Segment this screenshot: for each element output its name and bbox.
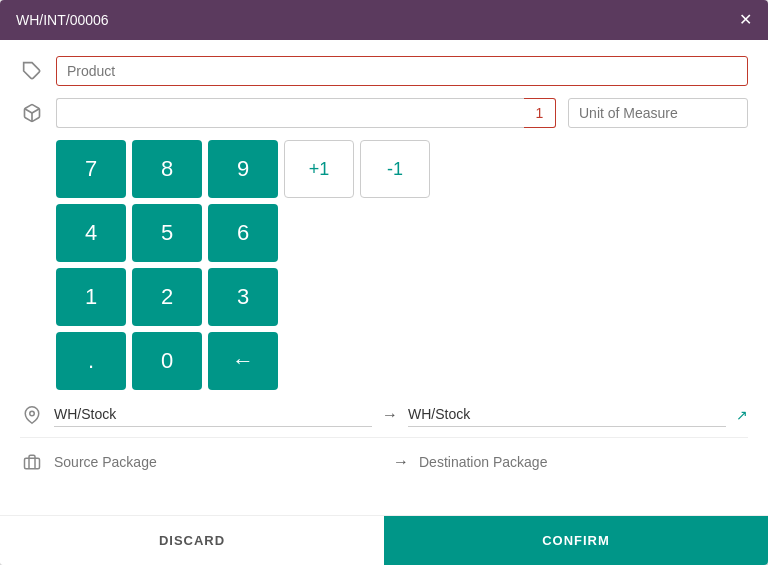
svg-rect-3 — [25, 458, 40, 469]
keypad-8[interactable]: 8 — [132, 140, 202, 198]
keypad-2[interactable]: 2 — [132, 268, 202, 326]
location-pin-icon — [20, 405, 44, 425]
tag-icon — [20, 61, 44, 81]
source-package-input[interactable] — [54, 450, 383, 474]
keypad-minus1[interactable]: -1 — [360, 140, 430, 198]
package-icon — [20, 453, 44, 471]
product-input[interactable] — [56, 56, 748, 86]
modal-body: 1 7 8 9 +1 -1 4 5 6 1 2 3 — [0, 40, 768, 515]
quantity-row: 1 — [20, 98, 748, 128]
svg-point-2 — [30, 411, 35, 416]
keypad-1[interactable]: 1 — [56, 268, 126, 326]
keypad-3[interactable]: 3 — [208, 268, 278, 326]
location-row: → ↗ — [20, 402, 748, 438]
box-icon — [20, 103, 44, 123]
keypad-dot[interactable]: . — [56, 332, 126, 390]
keypad-7[interactable]: 7 — [56, 140, 126, 198]
keypad-4[interactable]: 4 — [56, 204, 126, 262]
package-arrow-icon: → — [393, 453, 409, 471]
close-button[interactable]: ✕ — [739, 12, 752, 28]
keypad-6[interactable]: 6 — [208, 204, 278, 262]
keypad-backspace[interactable]: ← — [208, 332, 278, 390]
keypad-5[interactable]: 5 — [132, 204, 202, 262]
modal-header: WH/INT/00006 ✕ — [0, 0, 768, 40]
package-row: → — [20, 450, 748, 474]
location-from-input[interactable] — [54, 402, 372, 427]
quantity-wrapper: 1 — [56, 98, 556, 128]
confirm-button[interactable]: CONFIRM — [384, 516, 768, 565]
product-row — [20, 56, 748, 86]
modal-window: WH/INT/00006 ✕ — [0, 0, 768, 565]
keypad-9[interactable]: 9 — [208, 140, 278, 198]
keypad-0[interactable]: 0 — [132, 332, 202, 390]
modal-title: WH/INT/00006 — [16, 12, 109, 28]
quantity-badge: 1 — [524, 98, 556, 128]
destination-package-input[interactable] — [419, 450, 748, 474]
quantity-input[interactable] — [56, 98, 524, 128]
keypad: 7 8 9 +1 -1 4 5 6 1 2 3 . 0 ← — [56, 140, 748, 390]
discard-button[interactable]: DISCARD — [0, 516, 384, 565]
uom-input[interactable] — [568, 98, 748, 128]
keypad-plus1[interactable]: +1 — [284, 140, 354, 198]
location-to-input[interactable] — [408, 402, 726, 427]
modal-footer: DISCARD CONFIRM — [0, 515, 768, 565]
location-arrow-icon: → — [382, 406, 398, 424]
external-link-icon[interactable]: ↗ — [736, 407, 748, 423]
